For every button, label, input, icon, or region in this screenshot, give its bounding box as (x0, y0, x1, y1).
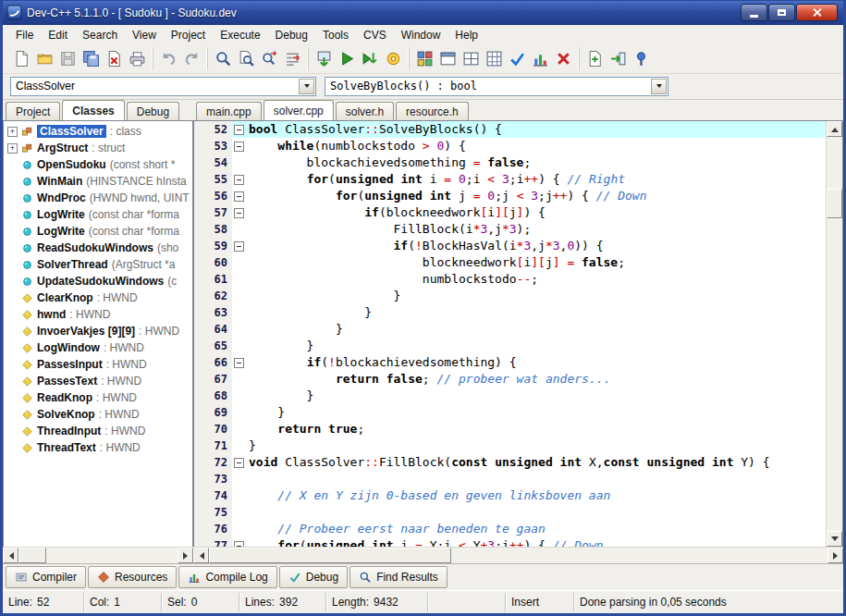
pin-button[interactable] (630, 47, 653, 70)
tree-item[interactable]: ThreadText: HWND (4, 439, 192, 456)
class-tree[interactable]: +ClassSolver: class+ArgStruct: structOpe… (3, 120, 193, 547)
fold-collapse-icon[interactable] (234, 142, 244, 152)
fold-collapse-icon[interactable] (234, 125, 244, 135)
fold-collapse-icon[interactable] (234, 241, 244, 252)
tree-item[interactable]: SolverThread(ArgStruct *a (4, 256, 192, 273)
new-file-button[interactable] (10, 47, 33, 70)
rebuild-all-button[interactable] (382, 47, 405, 70)
tab-debug[interactable]: Debug (127, 102, 179, 120)
tab-solver-cpp[interactable]: solver.cpp (264, 100, 334, 120)
menu-item-execute[interactable]: Execute (213, 27, 267, 43)
report-tab-compile-log[interactable]: Compile Log (178, 566, 276, 588)
menu-item-project[interactable]: Project (164, 27, 213, 43)
close-button[interactable] (796, 4, 838, 21)
scroll-right-button[interactable] (828, 548, 843, 563)
tree-item[interactable]: PassesInput: HWND (4, 356, 192, 373)
redo-button[interactable] (180, 47, 203, 70)
menu-item-tools[interactable]: Tools (315, 27, 356, 43)
tree-hscroll-thumb[interactable] (18, 548, 46, 563)
maximize-button[interactable] (768, 4, 795, 21)
profile-chart-button[interactable] (529, 47, 552, 70)
tree-item[interactable]: OpenSudoku(const short * (4, 156, 192, 173)
member-combobox-dropdown[interactable] (651, 79, 667, 94)
tree-hscroll-track[interactable] (18, 548, 178, 563)
tree-item[interactable]: LogWrite(const char *forma (4, 206, 192, 223)
add-to-project-button[interactable] (607, 47, 630, 70)
fold-collapse-icon[interactable] (234, 358, 244, 368)
report-tab-resources[interactable]: Resources (88, 566, 177, 588)
tab-classes[interactable]: Classes (62, 100, 124, 120)
editor-vscrollbar[interactable] (826, 121, 842, 547)
class-combobox[interactable]: ClassSolver (10, 77, 316, 96)
editor-hscroll-track[interactable] (209, 548, 828, 563)
tree-item[interactable]: +ArgStruct: struct (4, 140, 192, 156)
editor-hscrollbar[interactable] (193, 547, 843, 563)
open-button[interactable] (33, 47, 56, 70)
tab-resource-h[interactable]: resource.h (396, 102, 469, 120)
abort-button[interactable] (552, 47, 575, 70)
menu-item-search[interactable]: Search (75, 27, 125, 43)
scroll-left-button[interactable] (3, 548, 18, 563)
fold-collapse-icon[interactable] (234, 458, 244, 468)
menu-item-view[interactable]: View (125, 27, 164, 43)
menu-item-window[interactable]: Window (394, 27, 448, 43)
minimize-button[interactable] (741, 4, 767, 21)
tab-main-cpp[interactable]: main.cpp (196, 102, 262, 120)
fold-collapse-icon[interactable] (234, 541, 244, 547)
menu-item-help[interactable]: Help (448, 27, 485, 43)
fold-collapse-icon[interactable] (234, 191, 244, 202)
tree-item[interactable]: ClearKnop: HWND (4, 290, 192, 306)
print-button[interactable] (126, 47, 149, 70)
compile-run-button[interactable] (359, 47, 382, 70)
tree-item[interactable]: WinMain(HINSTANCE hInsta (4, 173, 192, 190)
code-editor[interactable]: 52bool ClassSolver::SolveByBlocks() {53 … (194, 121, 826, 547)
menu-item-file[interactable]: File (8, 27, 41, 43)
scroll-down-button[interactable] (827, 531, 842, 547)
menu-item-edit[interactable]: Edit (41, 27, 75, 43)
view-window-button[interactable] (436, 47, 460, 70)
tree-item[interactable]: hwnd: HWND (4, 306, 192, 323)
tree-item[interactable]: +ClassSolver: class (4, 123, 192, 140)
fold-collapse-icon[interactable] (234, 208, 244, 218)
view-squares-button[interactable] (413, 47, 436, 70)
fold-collapse-icon[interactable] (234, 175, 244, 185)
expand-plus-icon[interactable]: + (7, 127, 18, 137)
tree-item[interactable]: WndProc(HWND hwnd, UINT (4, 190, 192, 206)
scroll-right-button[interactable] (178, 548, 193, 563)
tree-item[interactable]: ReadSudokuWindows(sho (4, 240, 192, 256)
report-tab-compiler[interactable]: Compiler (6, 566, 86, 588)
tree-item[interactable]: LogWrite(const char *forma (4, 223, 192, 240)
menu-item-debug[interactable]: Debug (268, 27, 315, 43)
class-combobox-dropdown[interactable] (299, 79, 314, 94)
scroll-left-button[interactable] (193, 548, 209, 563)
find-in-files-button[interactable] (235, 47, 258, 70)
replace-button[interactable] (258, 47, 281, 70)
report-tab-debug[interactable]: Debug (279, 566, 348, 588)
tree-item[interactable]: UpdateSudokuWindows(c (4, 273, 192, 290)
editor-vscroll-track[interactable] (827, 137, 842, 531)
report-tab-find-results[interactable]: Find Results (349, 566, 448, 588)
tree-item[interactable]: LogWindow: HWND (4, 339, 192, 356)
scroll-up-button[interactable] (827, 121, 842, 137)
titlebar[interactable]: Dev-C++ 5.1.1.0 - [ Sudoku ] - Sudoku.de… (3, 1, 843, 25)
tree-item[interactable]: ReadKnop: HWND (4, 389, 192, 406)
view-split-button[interactable] (460, 47, 483, 70)
goto-line-button[interactable] (281, 47, 304, 70)
new-unit-button[interactable] (583, 47, 607, 70)
tree-item[interactable]: PassesText: HWND (4, 373, 192, 389)
check-syntax-button[interactable] (506, 47, 529, 70)
undo-button[interactable] (157, 47, 180, 70)
save-button[interactable] (56, 47, 80, 70)
tree-item[interactable]: InvoerVakjes [9][9]: HWND (4, 323, 192, 339)
run-button[interactable] (336, 47, 359, 70)
tab-project[interactable]: Project (6, 102, 60, 120)
save-all-button[interactable] (80, 47, 103, 70)
editor-vscroll-thumb[interactable] (827, 189, 842, 218)
find-button[interactable] (212, 47, 235, 70)
tree-item[interactable]: SolveKnop: HWND (4, 406, 192, 423)
menu-item-cvs[interactable]: CVS (356, 27, 394, 43)
tree-hscrollbar[interactable] (3, 547, 193, 563)
editor-hscroll-thumb[interactable] (209, 548, 451, 563)
member-combobox[interactable]: SolveByBlocks() : bool (325, 77, 668, 96)
compile-button[interactable] (313, 47, 336, 70)
